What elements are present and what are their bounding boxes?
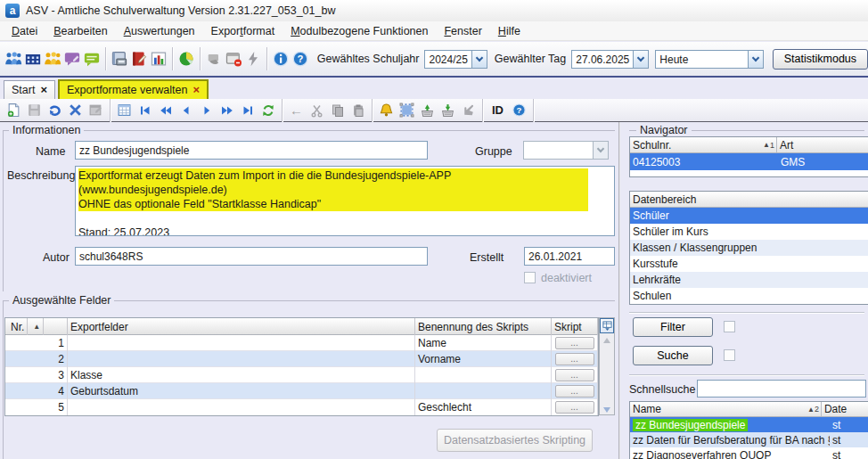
edit-record-icon[interactable]: [86, 101, 106, 120]
skript-edit-button[interactable]: ...: [555, 337, 594, 349]
cut-icon[interactable]: [307, 101, 327, 120]
tab-close-icon[interactable]: ×: [192, 86, 200, 94]
red-book-edit-icon[interactable]: [129, 47, 149, 70]
save-icon[interactable]: [24, 101, 45, 120]
bell-icon[interactable]: [376, 101, 397, 120]
column-header-name[interactable]: Name: [630, 402, 805, 416]
datenbereich-item-lehrkraefte[interactable]: Lehrkräfte: [630, 272, 868, 288]
column-header-benennung[interactable]: Benennung des Skripts: [415, 318, 552, 335]
table-row[interactable]: 5 Geschlecht ...: [5, 399, 598, 415]
last-record-icon[interactable]: [237, 101, 258, 120]
revert-hand-icon[interactable]: [458, 101, 479, 120]
next-record-icon[interactable]: [196, 101, 217, 120]
first-record-icon[interactable]: [135, 101, 155, 120]
bar-chart-icon[interactable]: [149, 47, 168, 70]
suche-button[interactable]: Suche: [633, 346, 713, 365]
paste-icon[interactable]: [348, 101, 368, 120]
scroll-down-icon[interactable]: [603, 407, 610, 413]
data-form-icon[interactable]: [114, 101, 135, 120]
datenbereich-item-schulen[interactable]: Schulen: [630, 288, 868, 304]
new-record-icon[interactable]: [4, 101, 24, 120]
datensatz-skripting-button[interactable]: Datensatzbasiertes Skripting: [437, 429, 593, 452]
import-basket-icon[interactable]: [417, 101, 438, 120]
column-header-datenbereich[interactable]: Datenbereich: [630, 192, 699, 207]
list-item[interactable]: zz Daten für Berufsberatung für BA nach …: [630, 432, 868, 447]
delete-icon[interactable]: [65, 101, 86, 120]
schnellsuche-input[interactable]: [697, 380, 866, 398]
list-item[interactable]: zz Bundesjugendspiele st: [630, 417, 868, 432]
table-row[interactable]: 4 Geburtsdatum ...: [5, 383, 598, 399]
goto-id-button[interactable]: ID: [492, 103, 504, 117]
chevron-down-icon[interactable]: [748, 51, 763, 68]
skript-edit-button[interactable]: ...: [555, 401, 594, 414]
tab-start[interactable]: Start ×: [4, 80, 55, 99]
table-row[interactable]: 2 Vorname ...: [5, 351, 598, 367]
menu-fenster[interactable]: Fenster: [436, 22, 489, 40]
column-header-nr[interactable]: Nr.▲: [5, 318, 68, 335]
window-remove-icon[interactable]: [224, 47, 243, 70]
message-purple-icon[interactable]: [62, 47, 82, 70]
skript-edit-button[interactable]: ...: [555, 385, 594, 398]
selection-marquee-icon[interactable]: [397, 101, 417, 120]
skript-edit-button[interactable]: ...: [555, 369, 594, 381]
school-building-icon[interactable]: [23, 47, 43, 70]
fast-backward-icon[interactable]: [155, 101, 176, 120]
list-item[interactable]: zz Diagnoseverfahren QUOP st: [630, 447, 868, 459]
column-chooser-button[interactable]: [600, 318, 614, 333]
column-header-date[interactable]: Date: [822, 402, 849, 416]
menu-hilfe[interactable]: Hilfe: [490, 22, 528, 40]
message-green-icon[interactable]: [82, 47, 102, 70]
students-icon[interactable]: [4, 47, 23, 70]
gruppe-select[interactable]: [523, 141, 609, 160]
menu-datei[interactable]: Datei: [4, 22, 45, 40]
day-mode-select[interactable]: Heute: [655, 50, 763, 69]
export-basket-icon[interactable]: [438, 101, 458, 120]
menu-auswertungen[interactable]: Auswertungen: [116, 22, 203, 40]
table-row[interactable]: 1 Name ...: [5, 335, 598, 351]
datenbereich-item-schueler[interactable]: Schüler: [630, 208, 868, 224]
deaktiviert-checkbox[interactable]: [524, 272, 536, 283]
menu-modulbezogene-funktionen[interactable]: Modulbezogene Funktionen: [283, 22, 436, 40]
info-icon[interactable]: [271, 47, 291, 70]
lightning-icon[interactable]: [243, 47, 263, 70]
chevron-down-icon[interactable]: [471, 51, 487, 68]
persons-yellow-icon[interactable]: [43, 47, 62, 70]
datenbereich-item-kursstufe[interactable]: Kursstufe: [630, 256, 868, 272]
undo-icon[interactable]: [45, 101, 65, 120]
help-icon[interactable]: ?: [291, 47, 310, 70]
filter-checkbox[interactable]: [724, 321, 735, 332]
fast-forward-icon[interactable]: [217, 101, 237, 120]
day-select[interactable]: 27.06.2025: [571, 50, 649, 69]
table-scrollbar[interactable]: [599, 317, 615, 415]
erstellt-input[interactable]: 26.01.2021: [524, 247, 615, 266]
report-print-icon[interactable]: [110, 47, 129, 70]
filter-button[interactable]: Filter: [633, 317, 713, 337]
column-header-schulnr[interactable]: Schulnr.: [630, 137, 760, 152]
autor-input[interactable]: schul3648RS: [75, 247, 428, 266]
skript-edit-button[interactable]: ...: [555, 353, 594, 365]
datenbereich-item-klassen[interactable]: Klassen / Klassengruppen: [630, 240, 868, 256]
chevron-down-icon[interactable]: [633, 51, 648, 68]
school-row[interactable]: 04125003 GMS: [630, 153, 868, 170]
refresh-icon[interactable]: [258, 101, 278, 120]
statistics-mode-button[interactable]: Statistikmodus: [773, 49, 868, 70]
school-year-select[interactable]: 2024/25: [424, 50, 487, 69]
tab-close-icon[interactable]: ×: [40, 86, 47, 94]
vertical-splitter[interactable]: [618, 122, 620, 459]
column-header-skript[interactable]: Skript: [552, 318, 598, 335]
pie-chart-icon[interactable]: [176, 47, 196, 70]
beschreibung-textarea[interactable]: Exportformat erzeugt Daten zum Import in…: [75, 166, 615, 236]
name-input[interactable]: zz Bundesjugendspiele: [75, 141, 428, 160]
previous-record-icon[interactable]: [176, 101, 196, 120]
help-icon[interactable]: ?: [509, 101, 529, 120]
tab-exportformate-verwalten[interactable]: Exportformate verwalten ×: [58, 79, 209, 99]
column-header-exportfelder[interactable]: Exportfelder: [68, 318, 415, 335]
suche-checkbox[interactable]: [724, 349, 735, 361]
copy-icon[interactable]: [327, 101, 348, 120]
menu-bearbeiten[interactable]: Bearbeiten: [45, 22, 115, 40]
scroll-up-icon[interactable]: [603, 338, 610, 343]
hand-card-icon[interactable]: [204, 47, 224, 70]
menu-exportformat[interactable]: Exportformat: [203, 22, 283, 40]
datenbereich-item-schueler-im-kurs[interactable]: Schüler im Kurs: [630, 224, 868, 240]
back-arrow-icon[interactable]: ←: [286, 101, 307, 120]
